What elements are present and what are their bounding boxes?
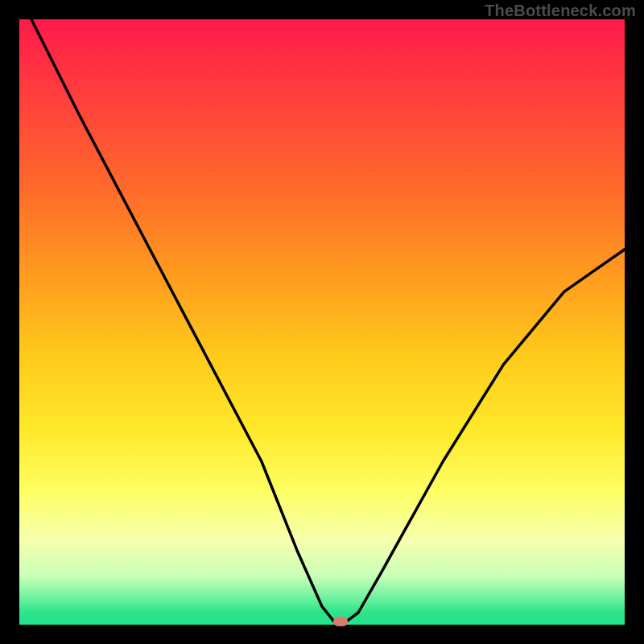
watermark-text: TheBottleneck.com	[485, 2, 636, 20]
chart-plot-area	[19, 19, 625, 625]
bottleneck-curve	[19, 19, 625, 625]
optimal-marker	[333, 617, 348, 626]
